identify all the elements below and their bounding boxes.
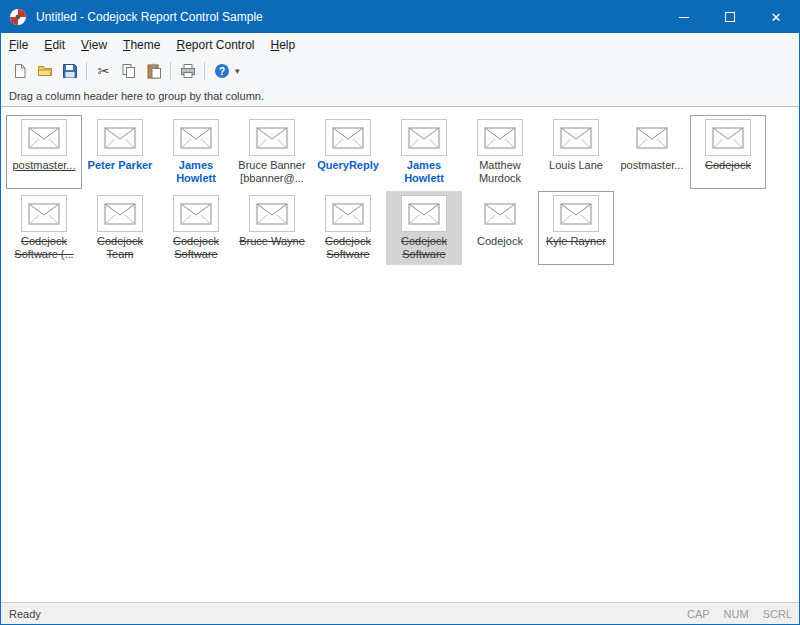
paste-icon: [146, 63, 162, 79]
contact-name: CodejockSoftware: [160, 235, 232, 262]
cut-button[interactable]: ✂: [92, 60, 115, 82]
indicator-num: NUM: [717, 608, 756, 620]
indicator-cap: CAP: [680, 608, 717, 620]
paste-button[interactable]: [142, 60, 165, 82]
envelope-icon: [629, 119, 675, 156]
toolbar-separator: [170, 62, 171, 80]
menu-item-report-control[interactable]: Report Control: [168, 33, 262, 57]
save-icon: [62, 63, 78, 79]
envelope-icon: [173, 119, 219, 156]
app-logo-icon: [9, 8, 27, 26]
toolbar-separator: [204, 62, 205, 80]
envelope-icon: [97, 195, 143, 232]
envelope-icon: [705, 119, 751, 156]
envelope-icon: [401, 119, 447, 156]
group-by-hint: Drag a column header here to group by th…: [9, 90, 264, 102]
new-document-icon: [12, 63, 28, 79]
contact-name: postmaster...: [8, 159, 80, 186]
minimize-button[interactable]: [661, 1, 707, 33]
envelope-icon: [401, 195, 447, 232]
maximize-button[interactable]: [707, 1, 753, 33]
window-title: Untitled - Codejock Report Control Sampl…: [36, 10, 263, 24]
contact-item[interactable]: Bruce Wayne: [234, 191, 310, 265]
group-by-bar[interactable]: Drag a column header here to group by th…: [1, 85, 799, 107]
envelope-icon: [325, 119, 371, 156]
contact-item[interactable]: postmaster...: [6, 115, 82, 189]
open-folder-icon: [37, 63, 53, 79]
contact-item[interactable]: CodejockSoftware: [386, 191, 462, 265]
envelope-icon: [325, 195, 371, 232]
open-button[interactable]: [33, 60, 56, 82]
copy-button[interactable]: [117, 60, 140, 82]
envelope-icon: [553, 195, 599, 232]
contact-item[interactable]: Kyle Rayner: [538, 191, 614, 265]
contacts-grid: postmaster... Peter Parker JamesHowlett: [6, 115, 798, 267]
contact-name: JamesHowlett: [388, 159, 460, 186]
envelope-icon: [477, 195, 523, 232]
report-content: postmaster... Peter Parker JamesHowlett: [1, 107, 799, 602]
help-button[interactable]: ?: [210, 60, 233, 82]
cut-icon: ✂: [98, 64, 110, 78]
contact-item[interactable]: JamesHowlett: [386, 115, 462, 189]
menu-bar: FileEditViewThemeReport ControlHelp: [1, 33, 799, 57]
contact-name: Codejock: [692, 159, 764, 186]
contact-item[interactable]: CodejockTeam: [82, 191, 158, 265]
contact-name: MatthewMurdock: [464, 159, 536, 186]
title-bar: Untitled - Codejock Report Control Sampl…: [1, 1, 799, 33]
contact-name: CodejockTeam: [84, 235, 156, 262]
save-button[interactable]: [58, 60, 81, 82]
envelope-icon: [173, 195, 219, 232]
contact-item[interactable]: MatthewMurdock: [462, 115, 538, 189]
app-window: Untitled - Codejock Report Control Sampl…: [0, 0, 800, 625]
copy-icon: [121, 63, 137, 79]
toolbar: ✂ ?: [1, 57, 799, 85]
contact-item[interactable]: Peter Parker: [82, 115, 158, 189]
new-button[interactable]: [8, 60, 31, 82]
contact-name: Bruce Wayne: [236, 235, 308, 262]
menu-item-help[interactable]: Help: [263, 33, 304, 57]
contact-name: Codejock: [464, 235, 536, 262]
contact-name: JamesHowlett: [160, 159, 232, 186]
menu-item-file[interactable]: File: [1, 33, 36, 57]
contact-item[interactable]: Codejock: [690, 115, 766, 189]
toolbar-separator: [86, 62, 87, 80]
envelope-icon: [249, 195, 295, 232]
contact-item[interactable]: JamesHowlett: [158, 115, 234, 189]
close-button[interactable]: ✕: [753, 1, 799, 33]
contact-item[interactable]: CodejockSoftware (...: [6, 191, 82, 265]
contact-name: Kyle Rayner: [540, 235, 612, 262]
envelope-icon: [97, 119, 143, 156]
contact-name: Louis Lane: [540, 159, 612, 186]
status-text: Ready: [1, 608, 41, 620]
print-icon: [180, 63, 196, 79]
contact-item[interactable]: postmaster...: [614, 115, 690, 189]
envelope-icon: [21, 119, 67, 156]
indicator-scrl: SCRL: [756, 608, 799, 620]
contact-name: postmaster...: [616, 159, 688, 186]
contact-item[interactable]: Bruce Banner[bbanner@...: [234, 115, 310, 189]
maximize-icon: [725, 12, 735, 22]
envelope-icon: [21, 195, 67, 232]
menu-item-view[interactable]: View: [73, 33, 115, 57]
menu-item-theme[interactable]: Theme: [115, 33, 168, 57]
contact-name: Peter Parker: [84, 159, 156, 186]
status-indicators: CAPNUMSCRL: [680, 608, 799, 620]
contact-name: QueryReply: [312, 159, 384, 186]
status-bar: Ready CAPNUMSCRL: [1, 602, 799, 624]
contact-item[interactable]: Louis Lane: [538, 115, 614, 189]
help-icon: ?: [214, 63, 230, 79]
contact-item[interactable]: QueryReply: [310, 115, 386, 189]
contact-name: CodejockSoftware: [388, 235, 460, 262]
contact-item[interactable]: CodejockSoftware: [158, 191, 234, 265]
contact-name: Bruce Banner[bbanner@...: [236, 159, 308, 186]
contact-item[interactable]: CodejockSoftware: [310, 191, 386, 265]
help-dropdown-arrow-icon[interactable]: ▾: [235, 66, 240, 76]
contact-name: CodejockSoftware: [312, 235, 384, 262]
minimize-icon: [679, 17, 689, 18]
contact-item[interactable]: Codejock: [462, 191, 538, 265]
menu-item-edit[interactable]: Edit: [36, 33, 73, 57]
print-button[interactable]: [176, 60, 199, 82]
envelope-icon: [477, 119, 523, 156]
contact-name: CodejockSoftware (...: [8, 235, 80, 262]
envelope-icon: [249, 119, 295, 156]
